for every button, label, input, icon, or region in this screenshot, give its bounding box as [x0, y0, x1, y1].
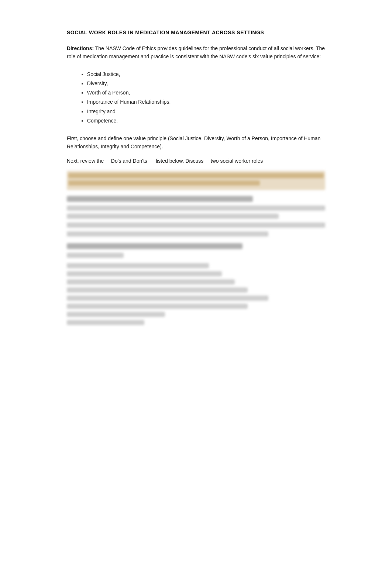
directions-text: The NASW Code of Ethics provides guideli…	[67, 45, 325, 59]
dos-donts-text: Do's and Don'ts	[111, 158, 147, 164]
blurred-line	[67, 214, 279, 219]
page-title: SOCIAL WORK ROLES IN MEDICATION MANAGEME…	[67, 30, 325, 35]
blurred-line	[67, 271, 222, 276]
list-item: Integrity and	[82, 107, 325, 116]
list-item: Worth of a Person,	[82, 88, 325, 97]
directions-block: Directions: The NASW Code of Ethics prov…	[67, 44, 325, 61]
first-paragraph: First, choose and define one value princ…	[67, 134, 325, 151]
directions-label: Directions:	[67, 45, 94, 51]
blurred-line	[67, 253, 124, 258]
list-item: Competence.	[82, 116, 325, 125]
next-text-middle: listed below. Discuss	[156, 158, 203, 164]
next-paragraph: Next, review the Do's and Don'ts listed …	[67, 157, 325, 165]
blurred-line	[67, 320, 144, 325]
list-item: Diversity,	[82, 79, 325, 88]
blurred-line	[67, 312, 165, 317]
blurred-heading-1	[67, 196, 253, 202]
blurred-line	[67, 223, 325, 228]
blurred-highlight-line	[68, 173, 324, 178]
two-roles-text: two social worker roles	[211, 158, 263, 164]
list-item: Importance of Human Relationships,	[82, 97, 325, 107]
blurred-heading-2	[67, 243, 243, 249]
blurred-line	[67, 279, 235, 284]
blurred-line	[67, 296, 268, 301]
first-paragraph-text: First, choose and define one value princ…	[67, 135, 320, 149]
page-container: SOCIAL WORK ROLES IN MEDICATION MANAGEME…	[45, 0, 347, 358]
blurred-highlighted-block	[67, 171, 325, 190]
next-text-start: Next, review the	[67, 158, 104, 164]
blurred-line	[67, 206, 325, 211]
blurred-highlight-line	[68, 180, 260, 186]
blurred-line	[67, 304, 248, 309]
blurred-line	[67, 263, 209, 268]
value-principles-list: Social Justice, Diversity, Worth of a Pe…	[82, 70, 325, 125]
blurred-line	[67, 231, 268, 237]
blurred-content	[67, 171, 325, 325]
blurred-line	[67, 287, 248, 293]
list-item: Social Justice,	[82, 70, 325, 79]
